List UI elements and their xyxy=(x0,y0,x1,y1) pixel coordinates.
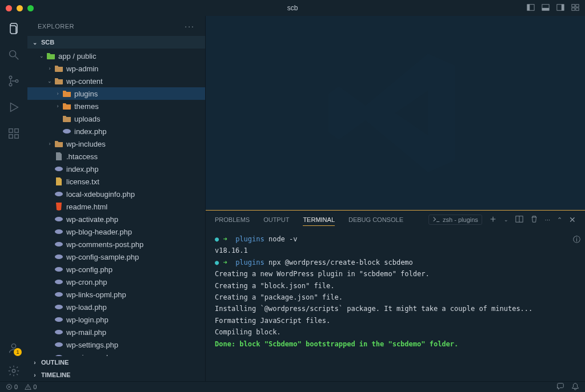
svg-rect-17 xyxy=(15,135,18,138)
tree-item[interactable]: wp-load.php xyxy=(27,301,205,313)
tree-item[interactable]: license.txt xyxy=(27,175,205,188)
svg-point-27 xyxy=(55,254,63,259)
file-icon xyxy=(54,177,64,186)
close-panel-icon[interactable]: ✕ xyxy=(569,215,576,224)
explorer-more-icon[interactable]: ··· xyxy=(185,22,195,31)
panel-more-icon[interactable]: ··· xyxy=(545,216,550,223)
tree-item[interactable]: ⌄app / public xyxy=(27,50,205,62)
tree-item[interactable]: ›wp-includes xyxy=(27,138,205,150)
twisty-icon: › xyxy=(46,66,54,71)
window-title: scb xyxy=(287,4,298,12)
layout-secondary-side-icon[interactable] xyxy=(556,3,564,13)
svg-point-10 xyxy=(10,51,16,57)
tree-item[interactable]: ›themes xyxy=(27,100,205,112)
maximize-window-icon[interactable] xyxy=(27,5,34,11)
file-icon xyxy=(54,77,64,85)
status-errors[interactable]: 0 xyxy=(6,383,18,390)
tree-item[interactable]: wp-links-opml.php xyxy=(27,288,205,301)
terminal-info-icon[interactable]: ⓘ xyxy=(573,233,580,246)
terminal-line: Creating a new WordPress plugin in "scbd… xyxy=(215,268,576,280)
file-label: wp-config.php xyxy=(66,265,113,274)
svg-line-11 xyxy=(15,56,19,60)
tree-item[interactable]: ›wp-admin xyxy=(27,62,205,75)
svg-rect-18 xyxy=(15,129,18,132)
tree-item[interactable]: local-xdebuginfo.php xyxy=(27,188,205,200)
tree-item[interactable]: index.php xyxy=(27,163,205,175)
customize-layout-icon[interactable] xyxy=(571,3,579,13)
file-label: license.txt xyxy=(66,177,99,186)
status-warnings[interactable]: 0 xyxy=(25,383,37,390)
tree-item[interactable]: .htaccess xyxy=(27,150,205,163)
svg-point-24 xyxy=(55,217,63,221)
accounts-icon[interactable]: 1 xyxy=(7,341,21,355)
tree-item[interactable]: wp-settings.php xyxy=(27,338,205,351)
terminal-dropdown-icon[interactable]: ⌄ xyxy=(504,217,508,223)
project-section-header[interactable]: ⌄ SCB xyxy=(27,36,205,49)
file-icon xyxy=(62,128,72,135)
maximize-panel-icon[interactable]: ⌃ xyxy=(557,216,562,224)
minimize-window-icon[interactable] xyxy=(17,5,23,11)
tab-debug-console[interactable]: DEBUG CONSOLE xyxy=(348,214,403,225)
file-label: .htaccess xyxy=(66,152,98,161)
run-debug-icon[interactable] xyxy=(7,100,21,114)
tree-item[interactable]: wp-comments-post.php xyxy=(27,238,205,250)
tree-item[interactable]: wp-activate.php xyxy=(27,213,205,225)
tree-item[interactable]: wp-mail.php xyxy=(27,326,205,338)
tree-item[interactable]: wp-cron.php xyxy=(27,276,205,288)
tab-output[interactable]: OUTPUT xyxy=(263,214,289,225)
extensions-icon[interactable] xyxy=(7,127,21,140)
tree-item[interactable]: index.php xyxy=(27,125,205,138)
file-label: app / public xyxy=(58,52,97,60)
file-tree: ⌄app / public›wp-admin⌄wp-content›plugin… xyxy=(27,49,205,356)
window-controls[interactable] xyxy=(6,5,34,11)
search-icon[interactable] xyxy=(7,48,21,62)
accounts-badge: 1 xyxy=(14,348,22,356)
file-label: wp-settings.php xyxy=(66,341,118,349)
tree-item[interactable]: wp-config.php xyxy=(27,263,205,276)
close-window-icon[interactable] xyxy=(6,5,12,11)
svg-rect-8 xyxy=(572,7,575,10)
tree-item[interactable]: wp-login.php xyxy=(27,313,205,326)
file-icon xyxy=(62,115,72,123)
twisty-icon: › xyxy=(46,141,54,147)
tab-problems[interactable]: PROBLEMS xyxy=(215,214,250,225)
tree-item[interactable]: readme.html xyxy=(27,200,205,213)
terminal-output[interactable]: ⓘ ● ➜ plugins node -vv18.16.1● ➜ plugins… xyxy=(206,229,585,381)
kill-terminal-icon[interactable] xyxy=(530,215,538,224)
new-terminal-icon[interactable] xyxy=(489,215,497,224)
tree-item[interactable]: uploads xyxy=(27,112,205,125)
file-icon xyxy=(54,165,64,172)
svg-rect-1 xyxy=(527,4,530,10)
twisty-icon: ⌄ xyxy=(46,78,54,84)
svg-point-13 xyxy=(9,83,12,86)
svg-point-33 xyxy=(55,330,63,334)
terminal-selector[interactable]: zsh - plugins xyxy=(428,215,482,225)
tree-item[interactable]: ⌄wp-content xyxy=(27,75,205,87)
tree-item[interactable]: wp-signup.php xyxy=(27,351,205,356)
tree-item[interactable]: wp-blog-header.php xyxy=(27,225,205,238)
svg-point-32 xyxy=(55,317,63,322)
tree-item[interactable]: wp-config-sample.php xyxy=(27,250,205,263)
split-terminal-icon[interactable] xyxy=(515,215,523,224)
tab-terminal[interactable]: TERMINAL xyxy=(303,214,335,226)
terminal-line: Done: block "Scbdemo" bootstrapped in th… xyxy=(215,338,576,350)
explorer-icon[interactable] xyxy=(7,22,21,35)
file-label: wp-comments-post.php xyxy=(66,240,143,249)
svg-point-26 xyxy=(55,242,63,246)
source-control-icon[interactable] xyxy=(7,74,21,88)
svg-point-23 xyxy=(55,192,63,196)
terminal-line: Creating a "block.json" file. xyxy=(215,280,576,292)
layout-primary-side-icon[interactable] xyxy=(527,3,535,13)
settings-gear-icon[interactable] xyxy=(7,364,21,378)
tree-item[interactable]: ›plugins xyxy=(27,87,205,100)
outline-section-header[interactable]: › OUTLINE xyxy=(27,356,205,369)
explorer-title: EXPLORER xyxy=(38,23,74,30)
feedback-icon[interactable] xyxy=(556,382,564,391)
twisty-icon: › xyxy=(54,91,62,96)
chevron-down-icon: ⌄ xyxy=(31,39,39,46)
file-label: wp-admin xyxy=(66,64,98,73)
timeline-section-header[interactable]: › TIMELINE xyxy=(27,369,205,381)
terminal-line: ● ➜ plugins node -v xyxy=(215,233,576,245)
notifications-bell-icon[interactable] xyxy=(571,382,579,391)
layout-panel-icon[interactable] xyxy=(542,3,550,13)
